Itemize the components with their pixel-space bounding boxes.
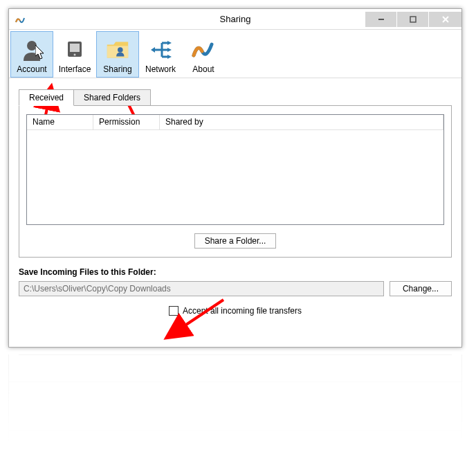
toolbar-interface-label: Interface [59,64,91,74]
tab-received[interactable]: Received [19,89,74,106]
app-icon [15,14,26,25]
toolbar-sharing-label: Sharing [103,64,131,74]
toolbar-about-label: About [192,64,214,74]
toolbar: Account Interface Sharing [9,30,461,78]
toolbar-account-label: Account [17,64,46,74]
tab-shared-folders[interactable]: Shared Folders [74,89,151,106]
window-controls [365,12,461,27]
tab-body: Name Permission Shared by Share a Folder… [19,105,452,258]
listview-header: Name Permission Shared by [27,115,443,130]
column-permission[interactable]: Permission [93,115,160,130]
accept-all-label: Accept all incoming file transfers [183,306,302,316]
toolbar-account[interactable]: Account [10,31,53,78]
toolbar-network[interactable]: Network [139,31,182,78]
monitor-icon [62,37,88,63]
toolbar-sharing[interactable]: Sharing [96,31,139,78]
svg-marker-16 [167,41,172,45]
close-button[interactable] [428,12,461,27]
toolbar-interface[interactable]: Interface [53,31,96,78]
titlebar: Sharing [9,9,461,30]
svg-marker-17 [167,48,172,52]
content-area: Received Shared Folders Name Permission … [9,78,461,324]
svg-rect-1 [410,17,416,22]
svg-point-8 [118,47,123,53]
incoming-path-field [19,281,384,296]
network-icon [147,37,174,63]
minimize-button[interactable] [365,12,396,27]
svg-point-4 [27,41,37,51]
accept-all-checkbox[interactable] [169,306,178,316]
column-name[interactable]: Name [27,115,93,130]
svg-marker-18 [167,55,172,59]
save-incoming-label: Save Incoming Files to this Folder: [19,267,452,277]
path-row: Change... [19,281,452,296]
accept-all-row: Accept all incoming file transfers [19,306,452,316]
tab-strip: Received Shared Folders [19,89,452,106]
toolbar-about[interactable]: About [182,31,225,78]
svg-point-7 [74,53,76,55]
change-button[interactable]: Change... [390,281,452,296]
received-listview[interactable]: Name Permission Shared by [26,114,444,225]
maximize-button[interactable] [396,12,428,27]
share-folder-button[interactable]: Share a Folder... [194,233,277,249]
folder-share-icon [104,37,131,63]
toolbar-network-label: Network [145,64,176,74]
about-icon [190,37,217,63]
person-icon [19,37,45,63]
reflection: Share a Folder... Save Incoming Files to… [8,354,462,451]
svg-rect-6 [70,44,80,52]
column-shared-by[interactable]: Shared by [160,115,443,130]
svg-marker-15 [151,47,155,53]
main-window: Sharing Account [8,8,462,348]
